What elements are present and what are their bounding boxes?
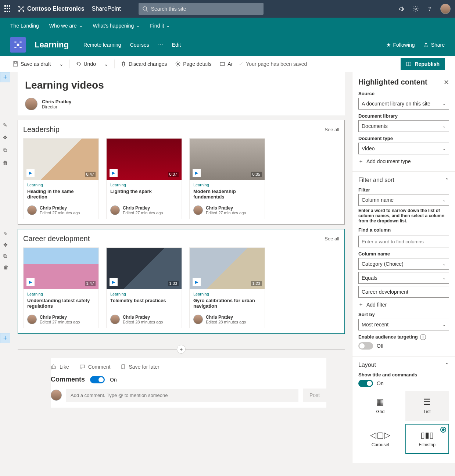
- content-section[interactable]: Leadership See all ▶ 0:47 Learning Headi…: [18, 120, 345, 225]
- undo-button[interactable]: Undo: [74, 60, 98, 68]
- card-author-avatar: [110, 205, 120, 215]
- layout-carousel-option[interactable]: ◁▢▷Carousel: [358, 424, 402, 454]
- copy-icon[interactable]: ⧉: [3, 253, 8, 259]
- video-card[interactable]: ▶ 1:23 Learning Gyro calibrations for ur…: [189, 247, 265, 328]
- layout-filmstrip-option[interactable]: ▯▮▯Filmstrip: [405, 424, 449, 454]
- card-edited: Edited 27 minutes ago: [206, 211, 246, 215]
- comment-field[interactable]: [66, 389, 298, 402]
- ar-button[interactable]: Ar: [217, 60, 235, 68]
- layout-header[interactable]: Layout⌃: [358, 362, 449, 368]
- layout-grid-option[interactable]: ▦Grid: [358, 391, 402, 421]
- svg-point-11: [15, 47, 15, 48]
- nav-whats-happening[interactable]: What's happening: [93, 23, 140, 29]
- help-icon[interactable]: [426, 6, 433, 12]
- site-title[interactable]: Learning: [35, 40, 69, 50]
- user-avatar[interactable]: [440, 4, 451, 14]
- site-logo[interactable]: [10, 37, 26, 53]
- svg-rect-8: [17, 44, 19, 46]
- content-section[interactable]: ✎✥⧉🗑 Career development See all ▶ 1:47 L…: [18, 229, 345, 334]
- doctype-select[interactable]: Video⌄: [358, 143, 449, 154]
- post-button[interactable]: Post: [303, 389, 326, 402]
- nav-who-we-are[interactable]: Who we are: [49, 23, 83, 29]
- nav-remote-learning[interactable]: Remote learning: [83, 42, 121, 48]
- video-thumbnail: ▶ 0:47: [24, 139, 98, 180]
- operator-select[interactable]: Equals⌄: [358, 272, 449, 284]
- move-icon[interactable]: ✥: [3, 135, 7, 140]
- card-edited: Edited 27 minutes ago: [123, 211, 163, 215]
- edit-icon[interactable]: ✎: [3, 231, 8, 237]
- like-button[interactable]: Like: [51, 364, 69, 370]
- nav-courses[interactable]: Courses: [130, 42, 149, 48]
- megaphone-icon[interactable]: [398, 6, 405, 12]
- play-icon: ▶: [26, 278, 35, 286]
- search-placeholder: Search this site: [151, 6, 186, 12]
- find-column-input[interactable]: [358, 236, 449, 247]
- video-card[interactable]: ▶ 0:47 Learning Heading in the same dire…: [23, 138, 99, 219]
- save-draft-button[interactable]: Save as draft: [10, 60, 53, 68]
- info-icon[interactable]: i: [420, 334, 426, 340]
- publish-icon: [406, 61, 412, 67]
- add-doctype-button[interactable]: ＋Add document type: [358, 158, 449, 165]
- delete-icon[interactable]: 🗑: [3, 160, 8, 166]
- comments-toggle[interactable]: [90, 376, 105, 383]
- section-title: Career development: [23, 235, 90, 243]
- filter-select[interactable]: Column name⌄: [358, 194, 449, 206]
- show-title-toggle[interactable]: [358, 380, 373, 387]
- video-card[interactable]: ▶ 0:05 Learning Modern leadership fundam…: [189, 138, 265, 219]
- page-author: Chris Pratley Director: [18, 91, 345, 112]
- brand: Contoso Electronics: [18, 5, 85, 12]
- nav-edit[interactable]: Edit: [172, 42, 181, 48]
- svg-point-5: [415, 8, 417, 10]
- source-select[interactable]: A document library on this site⌄: [358, 98, 449, 110]
- video-card[interactable]: ▶ 1:03 Learning Telemetry best practices…: [106, 247, 182, 328]
- add-filter-button[interactable]: ＋Add filter: [358, 301, 449, 308]
- video-category: Learning: [193, 292, 261, 296]
- gear-icon[interactable]: [412, 6, 419, 12]
- source-label: Source: [358, 91, 449, 96]
- layout-list-option[interactable]: ☰List: [405, 391, 449, 421]
- add-section-button[interactable]: +: [0, 72, 10, 82]
- card-author-name: Chris Pratley: [123, 205, 163, 211]
- nav-find-it[interactable]: Find it: [150, 23, 170, 29]
- search-input[interactable]: Search this site: [139, 3, 264, 15]
- card-author-avatar: [193, 315, 203, 324]
- add-webpart-divider[interactable]: +: [18, 345, 345, 354]
- page-details-button[interactable]: Page details: [173, 60, 214, 68]
- delete-icon[interactable]: 🗑: [3, 264, 8, 270]
- discard-button[interactable]: Discard changes: [118, 60, 169, 68]
- share-button[interactable]: Share: [423, 42, 445, 48]
- save-later-button[interactable]: Save for later: [121, 364, 159, 370]
- app-launcher-icon[interactable]: [4, 5, 12, 12]
- see-all-link[interactable]: See all: [325, 127, 339, 132]
- comments-label: Comments: [51, 376, 85, 383]
- close-icon[interactable]: ✕: [444, 78, 449, 86]
- add-section-button-bottom[interactable]: +: [0, 333, 10, 343]
- audience-toggle[interactable]: [358, 342, 373, 350]
- svg-point-2: [19, 10, 20, 11]
- sort-select[interactable]: Most recent⌄: [358, 319, 449, 330]
- author-avatar: [25, 98, 37, 110]
- undo-chevron[interactable]: ⌄: [102, 60, 111, 68]
- immersive-icon: [219, 61, 225, 67]
- svg-point-15: [177, 63, 179, 65]
- nav-more[interactable]: ⋯: [158, 42, 163, 48]
- svg-point-10: [21, 42, 21, 42]
- republish-button[interactable]: Republish: [401, 58, 445, 70]
- nav-landing[interactable]: The Landing: [10, 23, 39, 29]
- doclib-select[interactable]: Documents⌄: [358, 120, 449, 132]
- brand-name: Contoso Electronics: [27, 6, 85, 12]
- follow-button[interactable]: ★ Following: [386, 42, 415, 48]
- value-select[interactable]: Career development: [358, 286, 449, 298]
- edit-icon[interactable]: ✎: [3, 122, 7, 128]
- play-icon: ▶: [26, 169, 35, 177]
- video-card[interactable]: ▶ 0:07 Learning Lighting the spark Chris…: [106, 138, 182, 219]
- column-name-select[interactable]: Category (Choice)⌄: [358, 258, 449, 270]
- comment-button[interactable]: Comment: [79, 364, 111, 370]
- copy-icon[interactable]: ⧉: [3, 147, 7, 153]
- save-chevron[interactable]: ⌄: [57, 60, 66, 68]
- move-icon[interactable]: ✥: [3, 242, 8, 248]
- see-all-link[interactable]: See all: [325, 236, 339, 241]
- card-author-avatar: [193, 205, 203, 215]
- video-card[interactable]: ▶ 1:47 Learning Understanding latest saf…: [23, 247, 99, 328]
- filter-sort-header[interactable]: Filter and sort⌃: [358, 177, 449, 183]
